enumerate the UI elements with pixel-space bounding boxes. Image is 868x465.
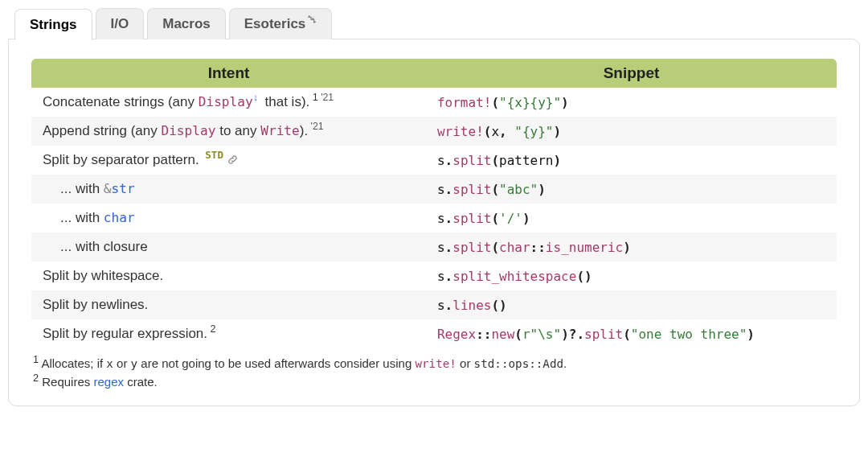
intent-text: that is).: [261, 94, 309, 109]
intent-text: ... with: [60, 210, 104, 225]
footnote-2: 2 Requires regex crate.: [33, 373, 835, 392]
footnote-1-y: y: [131, 357, 138, 370]
footnotes: 1 Allocates; if x or y are not going to …: [31, 348, 837, 396]
intent-text: ).: [300, 123, 308, 138]
snippet-cell[interactable]: s.split("abc"): [426, 175, 837, 204]
footnote-2-post: crate.: [124, 375, 158, 389]
intent-text: Concatenate strings (any: [43, 94, 199, 109]
intent-code: char: [104, 210, 135, 225]
intent-code: Write: [260, 123, 300, 138]
snippet-cell[interactable]: s.split(char::is_numeric): [426, 232, 837, 261]
footnote-1-mid3: or: [457, 356, 474, 370]
footnote-1-add: std::ops::Add: [474, 357, 564, 370]
footnote-1-x: x: [106, 357, 113, 370]
table-row: Split by newlines.s.lines(): [31, 290, 837, 319]
footnote-1-mid1: or: [113, 356, 131, 370]
intent-cell: ... with closure: [31, 232, 426, 261]
table-row: Split by whitespace.s.split_whitespace(): [31, 261, 837, 290]
snippet-cell[interactable]: Regex::new(r"\s")?.split("one two three"…: [426, 319, 837, 348]
reference-table: Intent Snippet Concatenate strings (any …: [31, 59, 837, 348]
intent-cell: ... with &str: [31, 175, 426, 204]
intent-cell: Split by newlines.: [31, 290, 426, 319]
tab-esoterics[interactable]: Esoterics: [229, 8, 333, 39]
footnote-2-regex-link[interactable]: regex: [93, 375, 124, 389]
tab-io[interactable]: I/O: [96, 8, 145, 39]
intent-cell: Split by regular expression. 2: [31, 319, 426, 348]
snippet-cell[interactable]: write!(x, "{y}"): [426, 117, 837, 146]
permalink-icon[interactable]: [227, 154, 238, 165]
intent-text: Split by whitespace.: [43, 268, 163, 283]
tab-bar: Strings I/O Macros Esoterics: [8, 8, 860, 39]
tab-esoterics-label: Esoterics: [244, 16, 306, 32]
edition-badge: '21: [308, 121, 323, 132]
footnote-2-pre: Requires: [39, 375, 93, 389]
col-intent-header: Intent: [31, 59, 426, 88]
table-row: Split by separator pattern. STD s.split(…: [31, 146, 837, 175]
intent-cell: Concatenate strings (any Display↓ that i…: [31, 88, 426, 117]
snippet-cell[interactable]: s.lines(): [426, 290, 837, 319]
table-row: Split by regular expression. 2Regex::new…: [31, 319, 837, 348]
table-row: Concatenate strings (any Display↓ that i…: [31, 88, 837, 117]
intent-code: &str: [104, 181, 135, 196]
intent-text: Split by regular expression.: [43, 326, 207, 341]
col-snippet-header: Snippet: [426, 59, 837, 88]
intent-cell: Append string (any Display to any Write)…: [31, 117, 426, 146]
intent-text: Split by separator pattern.: [43, 152, 199, 167]
snippet-cell[interactable]: s.split_whitespace(): [426, 261, 837, 290]
intent-cell: Split by whitespace.: [31, 261, 426, 290]
tab-macros[interactable]: Macros: [147, 8, 226, 39]
footnote-ref[interactable]: 1: [309, 92, 318, 103]
footnote-1-mid2: are not going to be used afterwards cons…: [137, 356, 415, 370]
esoterics-badge-icon: [306, 15, 316, 25]
intent-code: Display: [161, 123, 215, 138]
intent-cell: Split by separator pattern. STD: [31, 146, 426, 175]
snippet-cell[interactable]: s.split('/'): [426, 204, 837, 232]
intent-code: Display: [199, 94, 253, 109]
intent-text: to any: [215, 123, 260, 138]
edition-badge: '21: [318, 92, 334, 103]
intent-text: ... with closure: [60, 239, 148, 254]
footnote-1-write: write!: [415, 357, 456, 370]
tab-panel-strings: Intent Snippet Concatenate strings (any …: [8, 39, 860, 406]
table-row: ... with chars.split('/'): [31, 204, 837, 232]
table-row: ... with &strs.split("abc"): [31, 175, 837, 204]
footnote-1: 1 Allocates; if x or y are not going to …: [33, 355, 835, 373]
table-row: ... with closures.split(char::is_numeric…: [31, 232, 837, 261]
footnote-ref[interactable]: 2: [207, 323, 216, 335]
tab-strings[interactable]: Strings: [14, 9, 92, 40]
intent-text: Append string (any: [43, 123, 161, 138]
snippet-cell[interactable]: format!("{x}{y}"): [426, 88, 837, 117]
std-badge[interactable]: STD: [199, 149, 223, 161]
footnote-1-pre: Allocates; if: [39, 356, 106, 370]
table-row: Append string (any Display to any Write)…: [31, 117, 837, 146]
intent-cell: ... with char: [31, 204, 426, 232]
footnote-1-post: .: [563, 356, 567, 370]
intent-text: Split by newlines.: [43, 297, 148, 312]
snippet-cell[interactable]: s.split(pattern): [426, 146, 837, 175]
intent-text: ... with: [60, 181, 104, 196]
